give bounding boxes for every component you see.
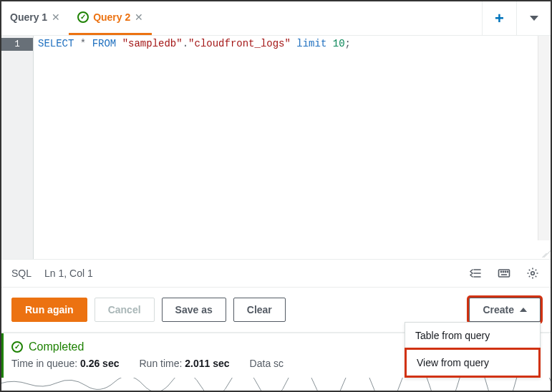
status-text: Completed <box>29 340 84 353</box>
settings-icon[interactable] <box>525 265 541 281</box>
clear-button[interactable]: Clear <box>233 298 286 322</box>
sql-star: * <box>80 38 86 49</box>
tab-actions: + <box>482 1 551 35</box>
success-icon <box>77 11 89 23</box>
tab-label: Query 2 <box>93 11 130 23</box>
stat-queue: Time in queue: 0.26 sec <box>11 358 119 369</box>
success-icon <box>11 341 23 353</box>
svg-point-6 <box>531 272 535 275</box>
editor-gutter: 1 <box>1 36 33 259</box>
tab-menu-button[interactable] <box>516 1 551 35</box>
torn-edge <box>0 378 552 392</box>
caret-up-icon <box>520 308 527 312</box>
app-root: Query 1 ✕ Query 2 ✕ + 1 SELECT * FROM "s… <box>0 0 552 392</box>
svg-rect-0 <box>499 270 510 277</box>
sql-semi: ; <box>345 38 351 49</box>
new-tab-button[interactable]: + <box>482 1 516 35</box>
editor-status-bar: SQL Ln 1, Col 1 <box>1 259 551 288</box>
run-button[interactable]: Run again <box>11 298 87 322</box>
svg-point-2 <box>503 271 503 272</box>
tab-query-2[interactable]: Query 2 ✕ <box>69 1 152 35</box>
vertical-scrollbar[interactable] <box>538 36 551 240</box>
create-button[interactable]: Create <box>469 298 541 322</box>
line-number: 1 <box>1 38 33 51</box>
svg-point-3 <box>505 271 505 272</box>
plus-icon: + <box>495 9 504 28</box>
create-label: Create <box>483 304 514 315</box>
caret-down-icon <box>530 16 538 21</box>
sql-keyword: limit <box>296 38 326 49</box>
keyboard-icon[interactable] <box>496 265 512 281</box>
tab-bar: Query 1 ✕ Query 2 ✕ + <box>1 1 551 36</box>
menu-item-table-from-query[interactable]: Table from query <box>405 323 540 348</box>
tabs-container: Query 1 ✕ Query 2 ✕ <box>1 1 482 35</box>
create-menu: Table from query View from query <box>405 322 541 378</box>
format-icon[interactable] <box>468 265 483 281</box>
menu-item-view-from-query[interactable]: View from query <box>407 350 538 376</box>
svg-point-1 <box>500 271 501 272</box>
language-label: SQL <box>11 268 32 279</box>
resize-handle[interactable] <box>538 246 549 258</box>
close-icon[interactable]: ✕ <box>135 11 143 23</box>
close-icon[interactable]: ✕ <box>52 11 60 23</box>
sql-keyword: SELECT <box>38 38 74 49</box>
cursor-position: Ln 1, Col 1 <box>44 268 93 279</box>
cancel-button: Cancel <box>95 298 155 322</box>
sql-string: "cloudfront_logs" <box>188 38 291 49</box>
tab-label: Query 1 <box>10 11 47 23</box>
action-bar: Run again Cancel Save as Clear Create Ta… <box>1 288 551 333</box>
sql-keyword: FROM <box>92 38 117 49</box>
sql-string: "sampledb" <box>122 38 183 49</box>
code-area[interactable]: SELECT * FROM "sampledb"."cloudfront_log… <box>34 36 551 259</box>
sql-dot: . <box>183 38 188 49</box>
stat-runtime: Run time: 2.011 sec <box>139 358 229 369</box>
svg-point-4 <box>507 271 508 272</box>
stat-data-scanned: Data sc <box>250 358 284 369</box>
sql-editor[interactable]: 1 SELECT * FROM "sampledb"."cloudfront_l… <box>1 36 551 259</box>
save-as-button[interactable]: Save as <box>162 298 226 322</box>
sql-number: 10 <box>333 38 345 49</box>
tab-query-1[interactable]: Query 1 ✕ <box>1 1 69 35</box>
